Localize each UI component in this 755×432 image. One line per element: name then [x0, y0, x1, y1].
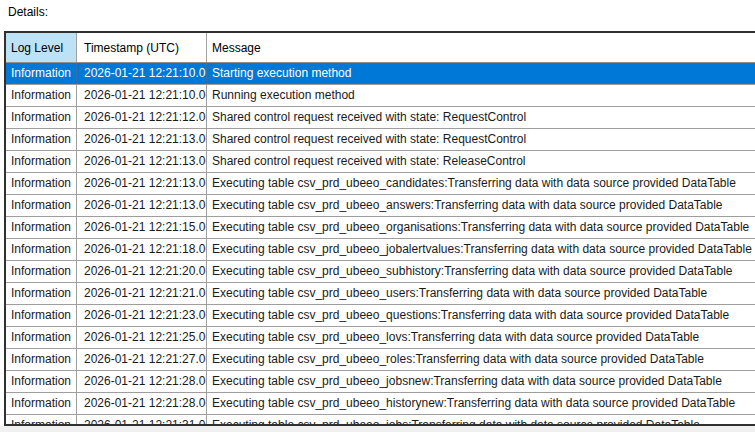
cell-message: Executing table csv_prd_ubeeo_candidates… [207, 173, 755, 194]
log-row[interactable]: Information2026-01-21 12:21:21.000Execut… [6, 283, 755, 305]
cell-message: Starting execution method [207, 63, 755, 84]
cell-log-level: Information [6, 173, 77, 194]
cell-log-level: Information [6, 349, 77, 370]
cell-log-level: Information [6, 261, 77, 282]
log-row[interactable]: Information2026-01-21 12:21:25.000Execut… [6, 327, 755, 349]
log-row[interactable]: Information2026-01-21 12:21:13.000Execut… [6, 173, 755, 195]
cell-log-level: Information [6, 393, 77, 414]
cell-log-level: Information [6, 415, 77, 424]
cell-log-level: Information [6, 305, 77, 326]
log-row[interactable]: Information2026-01-21 12:21:27.000Execut… [6, 349, 755, 371]
cell-timestamp: 2026-01-21 12:21:13.000 [77, 173, 207, 194]
log-row[interactable]: Information2026-01-21 12:21:20.000Execut… [6, 261, 755, 283]
cell-timestamp: 2026-01-21 12:21:10.000 [77, 85, 207, 106]
column-header-log-level[interactable]: Log Level [6, 33, 77, 62]
cell-message: Executing table csv_prd_ubeeo_subhistory… [207, 261, 755, 282]
log-table-header: Log Level Timestamp (UTC) Message [6, 33, 755, 63]
cell-message: Shared control request received with sta… [207, 151, 755, 172]
cell-timestamp: 2026-01-21 12:21:28.000 [77, 371, 207, 392]
cell-message: Executing table csv_prd_ubeeo_jobalertva… [207, 239, 755, 260]
cell-log-level: Information [6, 217, 77, 238]
cell-timestamp: 2026-01-21 12:21:18.000 [77, 239, 207, 260]
log-row[interactable]: Information2026-01-21 12:21:28.000Execut… [6, 371, 755, 393]
cell-timestamp: 2026-01-21 12:21:20.000 [77, 261, 207, 282]
cell-timestamp: 2026-01-21 12:21:21.000 [77, 283, 207, 304]
cell-log-level: Information [6, 85, 77, 106]
details-label: Details: [8, 5, 48, 19]
cell-message: Executing table csv_prd_ubeeo_users:Tran… [207, 283, 755, 304]
log-row[interactable]: Information2026-01-21 12:21:10.000Starti… [6, 63, 755, 85]
cell-log-level: Information [6, 63, 77, 84]
log-row[interactable]: Information2026-01-21 12:21:13.000Execut… [6, 195, 755, 217]
cell-timestamp: 2026-01-21 12:21:10.000 [77, 63, 207, 84]
cell-message: Executing table csv_prd_ubeeo_roles:Tran… [207, 349, 755, 370]
log-row[interactable]: Information2026-01-21 12:21:10.000Runnin… [6, 85, 755, 107]
log-row[interactable]: Information2026-01-21 12:21:23.000Execut… [6, 305, 755, 327]
cell-message: Executing table csv_prd_ubeeo_questions:… [207, 305, 755, 326]
cell-message: Executing table csv_prd_ubeeo_organisati… [207, 217, 755, 238]
cell-timestamp: 2026-01-21 12:21:28.000 [77, 393, 207, 414]
cell-log-level: Information [6, 283, 77, 304]
cell-message: Shared control request received with sta… [207, 129, 755, 150]
cell-log-level: Information [6, 195, 77, 216]
log-table-body: Information2026-01-21 12:21:10.000Starti… [6, 63, 755, 424]
cell-timestamp: 2026-01-21 12:21:13.000 [77, 151, 207, 172]
cell-message: Executing table csv_prd_ubeeo_jobsnew:Tr… [207, 371, 755, 392]
column-header-message[interactable]: Message [207, 33, 755, 62]
cell-message: Running execution method [207, 85, 755, 106]
cell-timestamp: 2026-01-21 12:21:31.000 [77, 415, 207, 424]
log-row[interactable]: Information2026-01-21 12:21:18.000Execut… [6, 239, 755, 261]
cell-message: Executing table csv_prd_ubeeo_historynew… [207, 393, 755, 414]
cell-log-level: Information [6, 107, 77, 128]
log-table: Log Level Timestamp (UTC) Message Inform… [4, 31, 755, 426]
cell-log-level: Information [6, 327, 77, 348]
form-background-strip [0, 426, 755, 432]
cell-timestamp: 2026-01-21 12:21:13.000 [77, 129, 207, 150]
cell-timestamp: 2026-01-21 12:21:12.000 [77, 107, 207, 128]
cell-timestamp: 2026-01-21 12:21:15.000 [77, 217, 207, 238]
cell-message: Executing table csv_prd_ubeeo_lovs:Trans… [207, 327, 755, 348]
cell-timestamp: 2026-01-21 12:21:23.000 [77, 305, 207, 326]
log-row[interactable]: Information2026-01-21 12:21:13.000Shared… [6, 129, 755, 151]
log-row[interactable]: Information2026-01-21 12:21:31.000Execut… [6, 415, 755, 424]
cell-log-level: Information [6, 129, 77, 150]
log-row[interactable]: Information2026-01-21 12:21:12.000Shared… [6, 107, 755, 129]
cell-timestamp: 2026-01-21 12:21:27.000 [77, 349, 207, 370]
log-row[interactable]: Information2026-01-21 12:21:15.000Execut… [6, 217, 755, 239]
cell-message: Executing table csv_prd_ubeeo_jobs:Trans… [207, 415, 755, 424]
cell-log-level: Information [6, 151, 77, 172]
cell-message: Shared control request received with sta… [207, 107, 755, 128]
column-header-timestamp[interactable]: Timestamp (UTC) [77, 33, 207, 62]
cell-timestamp: 2026-01-21 12:21:13.000 [77, 195, 207, 216]
cell-message: Executing table csv_prd_ubeeo_answers:Tr… [207, 195, 755, 216]
log-row[interactable]: Information2026-01-21 12:21:28.000Execut… [6, 393, 755, 415]
cell-timestamp: 2026-01-21 12:21:25.000 [77, 327, 207, 348]
cell-log-level: Information [6, 371, 77, 392]
log-row[interactable]: Information2026-01-21 12:21:13.000Shared… [6, 151, 755, 173]
cell-log-level: Information [6, 239, 77, 260]
